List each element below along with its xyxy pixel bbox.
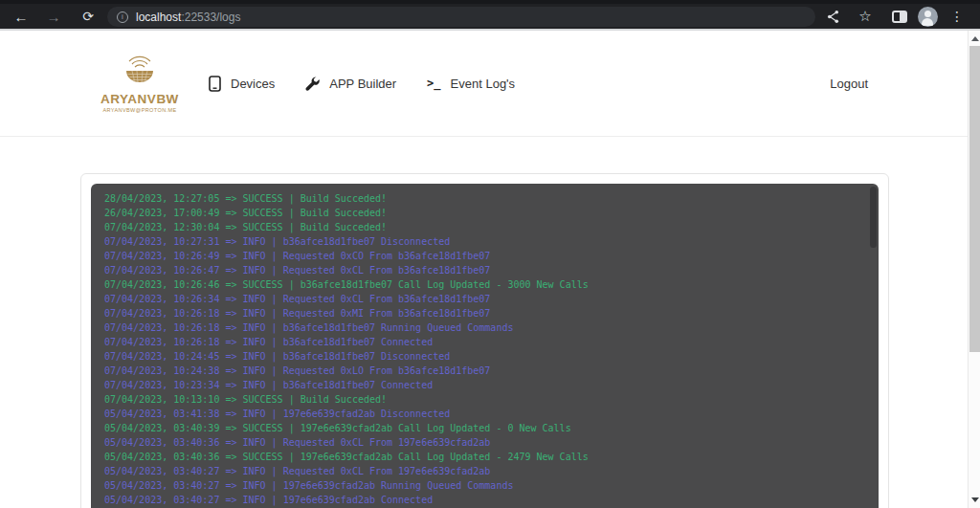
brand-title: ARYANVBW [96, 93, 184, 106]
url-host: localhost [136, 11, 181, 24]
site-header: ARYANVBW ARYANVBW@PROTON.ME Devices APP … [0, 31, 968, 137]
bookmark-star-icon[interactable]: ☆ [854, 4, 877, 29]
smartphone-icon [209, 76, 221, 92]
logout-link[interactable]: Logout [830, 77, 868, 91]
log-line: 07/04/2023, 10:26:18 => INFO | b36afce18… [104, 320, 865, 335]
nav-item-devices[interactable]: Devices [209, 76, 275, 92]
browser-address-bar[interactable]: i localhost:22533/logs [107, 7, 815, 27]
scroll-down-arrow-icon[interactable] [971, 497, 979, 502]
log-line: 05/04/2023, 03:40:27 => INFO | Requested… [104, 464, 865, 478]
brand-subtitle: ARYANVBW@PROTON.ME [96, 108, 184, 114]
main-nav: Devices APP Builder >_ Event Log's [209, 76, 515, 92]
log-line: 26/04/2023, 17:00:49 => SUCCESS | Build … [104, 206, 865, 220]
nav-item-app-builder[interactable]: APP Builder [305, 77, 396, 91]
log-line: 07/04/2023, 12:30:04 => SUCCESS | Build … [104, 220, 865, 234]
side-panel-icon[interactable] [888, 4, 911, 29]
menu-kebab-icon[interactable]: ⋮ [947, 4, 967, 29]
log-line: 28/04/2023, 12:27:05 => SUCCESS | Build … [104, 191, 865, 206]
wrench-icon [305, 77, 320, 91]
log-line: 07/04/2023, 10:26:18 => INFO | Requested… [104, 306, 865, 320]
url-path: :22533/logs [181, 11, 240, 24]
terminal-icon: >_ [427, 77, 440, 90]
log-line: 07/04/2023, 10:13:10 => SUCCESS | Build … [104, 392, 865, 407]
log-line: 07/04/2023, 10:26:34 => INFO | Requested… [104, 292, 865, 306]
log-line: 07/04/2023, 10:26:47 => INFO | Requested… [104, 263, 865, 277]
log-line: 07/04/2023, 10:26:46 => SUCCESS | b36afc… [104, 277, 865, 292]
nav-label-event-logs: Event Log's [451, 77, 516, 91]
page-scrollbar[interactable] [968, 31, 980, 508]
site-info-icon[interactable]: i [117, 11, 128, 23]
log-line: 05/04/2023, 03:41:38 => INFO | 197e6e639… [104, 407, 865, 421]
nav-item-event-logs[interactable]: >_ Event Log's [427, 77, 515, 91]
log-line: 07/04/2023, 10:27:31 => INFO | b36afce18… [104, 234, 865, 249]
forward-arrow-icon[interactable]: → [42, 4, 65, 29]
event-log-console[interactable]: 28/04/2023, 12:27:05 => SUCCESS | Build … [91, 184, 879, 508]
nav-label-app-builder: APP Builder [329, 77, 396, 91]
log-line: 05/04/2023, 03:40:39 => SUCCESS | 197e6e… [104, 421, 865, 435]
profile-avatar[interactable] [915, 4, 940, 29]
log-line: 07/04/2023, 10:26:49 => INFO | Requested… [104, 249, 865, 263]
log-line: 05/04/2023, 03:40:36 => INFO | Requested… [104, 435, 865, 450]
log-line: 07/04/2023, 10:23:34 => INFO | b36afce18… [104, 378, 865, 392]
back-arrow-icon[interactable]: ← [10, 4, 33, 29]
log-line: 07/04/2023, 10:24:45 => INFO | b36afce18… [104, 349, 865, 364]
log-line: 07/04/2023, 10:24:38 => INFO | Requested… [104, 364, 865, 378]
page-scrollbar-thumb[interactable] [969, 46, 980, 352]
scroll-up-arrow-icon[interactable] [971, 36, 979, 41]
url-text[interactable]: localhost:22533/logs [136, 11, 240, 24]
share-icon[interactable] [821, 4, 844, 29]
nav-label-devices: Devices [231, 77, 275, 91]
log-line: 05/04/2023, 03:40:27 => INFO | 197e6e639… [104, 493, 865, 507]
log-card: 28/04/2023, 12:27:05 => SUCCESS | Build … [80, 173, 889, 508]
log-line: 07/04/2023, 10:26:18 => INFO | b36afce18… [104, 335, 865, 349]
log-line: 05/04/2023, 03:40:36 => SUCCESS | 197e6e… [104, 450, 865, 464]
browser-chrome: ← → ⟳ i localhost:22533/logs ☆ ⋮ [0, 0, 980, 31]
reload-icon[interactable]: ⟳ [77, 4, 100, 29]
dome-antenna-logo-icon [118, 54, 162, 92]
log-line: 05/04/2023, 03:40:27 => INFO | 197e6e639… [104, 478, 865, 493]
brand-logo[interactable]: ARYANVBW ARYANVBW@PROTON.ME [96, 54, 184, 113]
log-scrollbar-thumb[interactable] [870, 187, 877, 248]
